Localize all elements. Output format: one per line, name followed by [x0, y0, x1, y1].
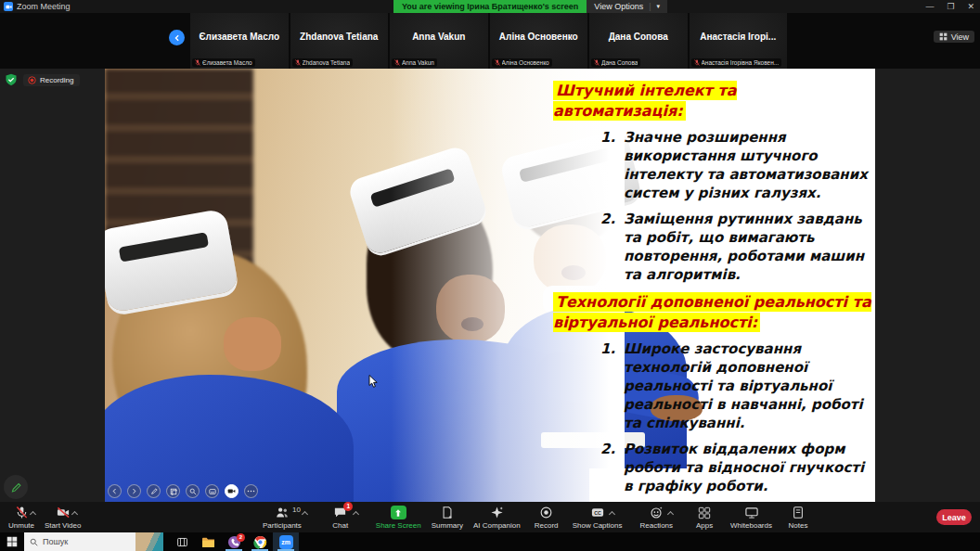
start-video-label: Start Video	[45, 521, 81, 530]
chat-button[interactable]: 1 Chat	[325, 502, 356, 532]
participant-tile[interactable]: Аліна Основенко Аліна Основенко	[490, 13, 588, 69]
taskbar-search-input[interactable]: Пошук	[24, 532, 163, 551]
maximize-button[interactable]: ❐	[947, 0, 954, 13]
participants-caret[interactable]	[302, 510, 308, 517]
svg-text:CC: CC	[594, 510, 601, 516]
reactions-label: Reactions	[639, 521, 673, 530]
see-all-slides-button[interactable]	[166, 484, 180, 498]
muted-mic-icon	[495, 59, 500, 66]
chevron-down-icon: ▾	[657, 3, 661, 10]
muted-mic-icon	[295, 59, 301, 66]
ai-companion-button[interactable]: AI Companion	[473, 502, 521, 532]
viber-button[interactable]: 2	[221, 532, 247, 551]
chat-icon: 1	[333, 506, 347, 520]
share-screen-icon	[391, 506, 406, 519]
participants-icon: 10	[275, 506, 290, 520]
muted-mic-icon	[195, 59, 200, 66]
participants-label: Participants	[263, 521, 302, 530]
presenter-controls	[108, 484, 258, 498]
show-captions-button[interactable]: CC Show Captions	[573, 502, 623, 532]
share-screen-button[interactable]: Share Screen	[376, 502, 421, 532]
view-button-label: View	[951, 32, 969, 42]
video-off-icon	[56, 506, 71, 520]
participant-name: Аліна Основенко	[490, 32, 588, 42]
windows-taskbar: Пошук 2 zm	[0, 532, 980, 551]
close-button[interactable]: ✕	[967, 0, 974, 13]
reactions-smiley-icon	[650, 506, 664, 520]
search-icon	[30, 538, 38, 546]
pen-tool-button[interactable]	[147, 484, 161, 498]
task-view-button[interactable]	[169, 532, 195, 551]
presentation-slide: Штучний інтелект та автоматизація: Значн…	[105, 69, 875, 502]
slide-list-item: Заміщення рутинних завдань та робіт, що …	[624, 210, 872, 284]
summary-icon	[441, 506, 454, 520]
start-video-button[interactable]: Start Video	[45, 502, 81, 532]
slide-list-item: Широке застосування технологій доповнено…	[624, 340, 872, 432]
ai-sparkle-icon	[490, 506, 504, 520]
participant-tile[interactable]: Дана Сопова Дана Сопова	[589, 13, 688, 69]
annotation-pencil-button[interactable]	[4, 475, 28, 499]
mute-button[interactable]: Unmute	[6, 502, 37, 532]
slide-photo	[105, 69, 625, 502]
share-screen-label: Share Screen	[376, 521, 421, 530]
reactions-caret[interactable]	[667, 510, 674, 517]
next-slide-button[interactable]	[127, 484, 141, 498]
search-box-picture	[135, 532, 163, 551]
apps-button[interactable]: Apps	[689, 502, 720, 532]
participant-tile[interactable]: Єлизавета Масло Єлизавета Масло	[190, 13, 289, 69]
minimize-button[interactable]: —	[925, 0, 934, 13]
whiteboards-button[interactable]: Whiteboards	[730, 502, 772, 532]
collapse-strip-button[interactable]	[169, 30, 185, 45]
divider: |	[649, 2, 651, 11]
file-explorer-button[interactable]	[195, 532, 221, 551]
summary-label: Summary	[432, 521, 463, 530]
summary-button[interactable]: Summary	[432, 502, 463, 532]
record-button[interactable]: Record	[531, 502, 562, 532]
camera-cameo-button[interactable]	[225, 484, 239, 498]
leave-button[interactable]: Leave	[936, 509, 972, 525]
participant-label: Єлизавета Масло	[202, 59, 252, 66]
slide-section-arvr: Технології доповненої реальності та вірт…	[553, 292, 872, 495]
title-bar: Zoom Meeting You are viewing Ірина Брати…	[0, 0, 980, 13]
zoom-slide-button[interactable]	[186, 484, 200, 498]
previous-slide-button[interactable]	[108, 484, 122, 498]
view-options-label: View Options	[594, 2, 643, 11]
participant-label: Дана Сопова	[601, 59, 638, 66]
view-options-button[interactable]: View Options | ▾	[587, 0, 667, 13]
view-button[interactable]: View	[934, 31, 974, 43]
muted-mic-icon	[694, 59, 700, 66]
start-button[interactable]	[0, 532, 24, 551]
participant-tile[interactable]: Анастасія Ігорі... Анастасія Ігорівна Як…	[690, 13, 788, 69]
reactions-button[interactable]: Reactions	[639, 502, 673, 532]
chat-caret[interactable]	[353, 510, 359, 517]
zoom-taskbar-button[interactable]: zm	[273, 532, 299, 551]
slide-text-block: Штучний інтелект та автоматизація: Значн…	[553, 81, 872, 502]
captions-icon: CC	[590, 506, 605, 520]
chrome-button[interactable]	[247, 532, 273, 551]
whiteboards-label: Whiteboards	[730, 521, 772, 530]
chat-label: Chat	[332, 521, 348, 530]
participants-button[interactable]: 10 Participants	[263, 502, 302, 532]
windows-logo-icon	[6, 536, 18, 547]
participant-name: Єлизавета Масло	[190, 32, 289, 42]
video-options-caret[interactable]	[71, 510, 78, 517]
participant-tile[interactable]: Anna Vakun Anna Vakun	[390, 13, 488, 69]
muted-mic-icon	[594, 59, 600, 66]
captions-caret[interactable]	[609, 510, 615, 517]
participant-tile[interactable]: Zhdanova Tetiana Zhdanova Tetiana	[290, 13, 389, 69]
slide-section-ai: Штучний інтелект та автоматизація: Значн…	[553, 81, 872, 284]
notes-button[interactable]: Notes	[782, 502, 814, 532]
photo-white-fade	[105, 69, 625, 502]
recording-indicator[interactable]: Recording	[23, 74, 80, 86]
search-placeholder: Пошук	[43, 537, 68, 546]
application-window: Zoom Meeting You are viewing Ірина Брати…	[0, 0, 980, 551]
participant-name: Дана Сопова	[589, 32, 688, 42]
ai-companion-label: AI Companion	[473, 521, 521, 530]
whiteboard-icon	[744, 506, 759, 520]
more-options-button[interactable]	[244, 484, 258, 498]
participant-label: Zhdanova Tetiana	[303, 59, 351, 66]
encryption-shield-icon	[5, 73, 18, 86]
subtitles-button[interactable]	[205, 484, 219, 498]
mic-options-caret[interactable]	[29, 510, 35, 517]
recording-label: Recording	[40, 76, 73, 84]
